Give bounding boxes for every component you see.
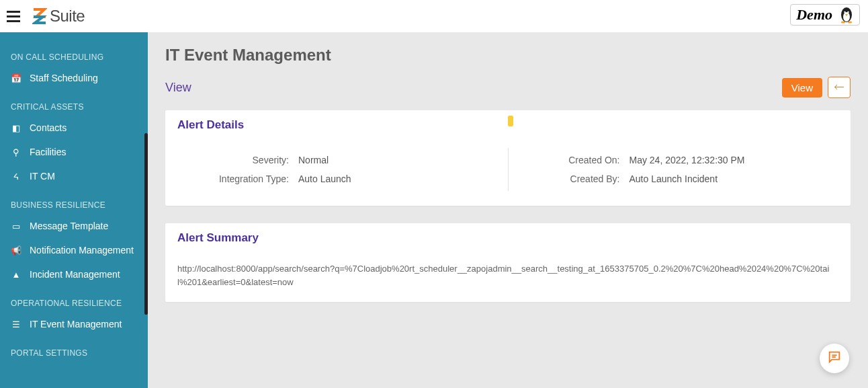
sidebar-item-label: Contacts xyxy=(30,122,67,133)
sidebar-item-label: IT CM xyxy=(30,171,55,182)
sidebar-item-incident-management[interactable]: ▲ Incident Management xyxy=(0,262,148,286)
indicator-icon xyxy=(508,116,513,126)
sidebar-item-itcm[interactable]: ᔦ IT CM xyxy=(0,164,148,188)
sidebar-item-message-template[interactable]: ▭ Message Template xyxy=(0,214,148,238)
chat-icon xyxy=(827,350,842,367)
sidebar-header-portal: PORTAL SETTINGS xyxy=(0,336,148,362)
calendar-icon: 📅 xyxy=(11,73,21,83)
created-by-label: Created By: xyxy=(522,173,630,184)
sidebar-item-notification-management[interactable]: 📢 Notification Management xyxy=(0,238,148,262)
demo-label: Demo xyxy=(796,6,832,24)
facility-icon: ⚲ xyxy=(11,147,21,157)
view-button[interactable]: View xyxy=(782,78,822,98)
breadcrumb: View xyxy=(165,81,191,95)
sidebar-item-staff-scheduling[interactable]: 📅 Staff Scheduling xyxy=(0,66,148,90)
svg-point-2 xyxy=(844,11,845,13)
created-on-label: Created On: xyxy=(522,155,630,165)
sidebar-header-business: BUSINESS RESILIENCE xyxy=(0,188,148,214)
subheader-row: View View 🡐 xyxy=(165,77,851,98)
bullhorn-icon: 📢 xyxy=(11,245,21,256)
sidebar-item-label: Message Template xyxy=(30,221,108,231)
sidebar-item-label: IT Event Management xyxy=(30,319,122,329)
svg-point-4 xyxy=(841,22,845,24)
alert-details-card: Alert Details Severity: Normal Integrati… xyxy=(165,110,851,206)
back-button[interactable]: 🡐 xyxy=(828,77,851,98)
alert-summary-title: Alert Summary xyxy=(165,223,851,253)
arrow-left-icon: 🡐 xyxy=(834,81,844,93)
brand-logo[interactable]: Suite xyxy=(32,7,85,26)
created-on-value: May 24, 2022, 12:32:30 PM xyxy=(630,155,745,165)
alert-summary-card: Alert Summary http://localhost:8000/app/… xyxy=(165,223,851,302)
sidebar-item-it-event-management[interactable]: ☰ IT Event Management xyxy=(0,312,148,336)
chat-fab[interactable] xyxy=(820,344,849,373)
svg-point-5 xyxy=(848,22,852,24)
menu-toggle-icon[interactable] xyxy=(7,8,23,24)
alert-icon: ▲ xyxy=(11,270,21,280)
sidebar-item-label: Facilities xyxy=(30,147,66,157)
contact-icon: ◧ xyxy=(11,123,21,133)
sidebar-item-label: Incident Management xyxy=(30,269,120,280)
sidebar-scrollbar[interactable] xyxy=(144,133,148,315)
sidebar-item-label: Staff Scheduling xyxy=(30,73,98,83)
page-title: IT Event Management xyxy=(165,46,851,65)
alert-details-title-text: Alert Details xyxy=(177,118,244,131)
svg-point-1 xyxy=(843,12,850,22)
brand-z-icon xyxy=(32,7,47,25)
main-content: IT Event Management View View 🡐 Alert De… xyxy=(148,32,868,388)
sidebar-header-critical: CRITICAL ASSETS xyxy=(0,90,148,116)
brand-name: Suite xyxy=(50,7,85,26)
severity-label: Severity: xyxy=(191,155,298,165)
itcm-icon: ᔦ xyxy=(11,171,21,182)
penguin-icon[interactable] xyxy=(839,6,854,24)
sidebar-item-facilities[interactable]: ⚲ Facilities xyxy=(0,140,148,164)
created-by-value: Auto Launch Incident xyxy=(630,173,718,184)
sidebar-item-label: Notification Management xyxy=(30,245,134,256)
sidebar-item-contacts[interactable]: ◧ Contacts xyxy=(0,116,148,140)
sidebar-header-operational: OPERATIONAL RESILIENCE xyxy=(0,286,148,312)
list-icon: ☰ xyxy=(11,319,21,329)
svg-point-3 xyxy=(847,11,849,13)
alert-details-title: Alert Details xyxy=(165,110,851,140)
severity-value: Normal xyxy=(298,155,329,165)
integration-type-value: Auto Launch xyxy=(298,173,351,184)
demo-badge: Demo xyxy=(790,4,860,26)
integration-type-label: Integration Type: xyxy=(191,173,298,184)
sidebar-header-oncall: ON CALL SCHEDULING xyxy=(0,40,148,66)
alert-summary-body: http://localhost:8000/app/search/search?… xyxy=(165,253,851,302)
topbar: Suite Demo xyxy=(0,0,868,32)
sidebar: ON CALL SCHEDULING 📅 Staff Scheduling CR… xyxy=(0,32,148,388)
action-group: View 🡐 xyxy=(782,77,851,98)
message-icon: ▭ xyxy=(11,221,21,231)
